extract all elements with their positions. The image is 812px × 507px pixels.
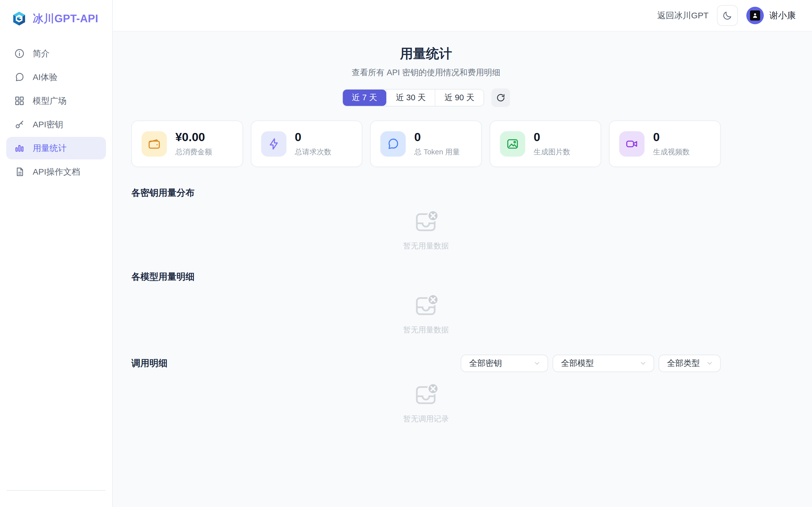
sidebar-item-label: API操作文档 [33,166,80,178]
sidebar-divider [7,490,105,491]
grid-icon [14,96,25,106]
moon-icon [722,10,732,20]
stat-value: 0 [653,131,690,144]
empty-text: 暂无用量数据 [403,325,449,335]
empty-inbox-icon [413,293,439,319]
theme-toggle-button[interactable] [717,5,738,26]
sidebar-item-api-docs[interactable]: API操作文档 [6,161,106,183]
sidebar-item-label: API密钥 [33,119,63,130]
stat-card-total-tokens: 0 总 Token 用量 [370,121,482,167]
bolt-icon [267,137,281,151]
sidebar-item-label: 模型广场 [33,95,66,107]
stat-value: ¥0.00 [175,131,212,144]
chevron-down-icon [534,360,541,367]
page-subtitle: 查看所有 API 密钥的使用情况和费用明细 [132,67,721,78]
stat-card-videos-generated: 0 生成视频数 [609,121,721,167]
tab-last-30-days[interactable]: 近 30 天 [386,90,435,106]
empty-text: 暂无调用记录 [403,414,449,424]
username: 谢小康 [769,10,796,21]
empty-state-key-usage: 暂无用量数据 [132,199,721,251]
image-icon [506,137,519,151]
user-menu[interactable]: 谢小康 [746,7,796,24]
select-value: 全部类型 [667,358,700,369]
tab-last-7-days[interactable]: 近 7 天 [343,90,386,106]
stat-value: 0 [414,131,460,144]
stat-card-images-generated: 0 生成图片数 [490,121,601,167]
tab-last-90-days[interactable]: 近 90 天 [435,90,483,106]
sidebar: 冰川GPT-API 简介 AI体验 模型广场 API密钥 [0,0,113,507]
sidebar-item-label: 简介 [33,48,50,59]
stat-value: 0 [534,131,570,144]
page-title: 用量统计 [132,45,721,62]
time-range-tabs: 近 7 天 近 30 天 近 90 天 [342,89,484,107]
app-title: 冰川GPT-API [33,11,98,26]
stat-card-total-spend: ¥0.00 总消费金额 [132,121,243,167]
filter-select-all-types[interactable]: 全部类型 [659,355,721,372]
avatar [746,7,764,24]
sidebar-item-intro[interactable]: 简介 [6,42,106,65]
sidebar-item-model-square[interactable]: 模型广场 [6,90,106,112]
empty-inbox-icon [413,209,439,235]
sidebar-nav: 简介 AI体验 模型广场 API密钥 用量统计 [0,35,112,183]
back-to-site-link[interactable]: 返回冰川GPT [657,10,709,21]
key-icon [14,119,25,130]
video-icon [625,137,639,151]
call-details-header: 调用明细 全部密钥 全部模型 全部类型 [132,355,721,372]
sidebar-item-ai-experience[interactable]: AI体验 [6,66,106,89]
sidebar-item-usage-stats[interactable]: 用量统计 [6,137,106,159]
bar-chart-icon [14,143,25,154]
stat-label: 总消费金额 [175,147,212,157]
refresh-button[interactable] [492,89,510,107]
select-value: 全部模型 [561,358,594,369]
stat-card-total-requests: 0 总请求次数 [251,121,363,167]
brand[interactable]: 冰川GPT-API [0,0,112,35]
section-title-key-usage: 各密钥用量分布 [132,187,721,199]
time-filter-row: 近 7 天 近 30 天 近 90 天 [132,89,721,107]
stat-cards: ¥0.00 总消费金额 0 总请求次数 [132,121,721,167]
call-details-filters: 全部密钥 全部模型 全部类型 [461,355,721,372]
logo-icon [11,11,27,26]
select-value: 全部密钥 [469,358,502,369]
filter-select-all-models[interactable]: 全部模型 [553,355,654,372]
chat-icon [386,137,400,151]
stat-label: 生成视频数 [653,147,690,157]
content-area: 用量统计 查看所有 API 密钥的使用情况和费用明细 近 7 天 近 30 天 … [113,32,812,507]
sidebar-item-label: 用量统计 [33,143,66,154]
refresh-icon [496,93,506,103]
sidebar-item-api-keys[interactable]: API密钥 [6,113,106,136]
section-title-call-details: 调用明细 [132,357,167,370]
user-icon [751,12,759,19]
empty-inbox-icon [413,382,439,407]
topbar: 返回冰川GPT 谢小康 [113,0,812,32]
chevron-down-icon [640,360,647,367]
stat-label: 总 Token 用量 [414,147,460,157]
empty-state-call-records: 暂无调用记录 [132,372,721,424]
chat-bubble-icon [14,72,25,82]
stat-label: 总请求次数 [295,147,332,157]
empty-state-model-usage: 暂无用量数据 [132,283,721,335]
section-title-model-usage: 各模型用量明细 [132,271,721,283]
filter-select-all-keys[interactable]: 全部密钥 [461,355,548,372]
empty-text: 暂无用量数据 [403,241,449,251]
document-icon [14,166,25,177]
stat-value: 0 [295,131,332,144]
wallet-icon [147,137,161,151]
sidebar-item-label: AI体验 [33,71,57,83]
stat-label: 生成图片数 [534,147,570,157]
chevron-down-icon [706,360,713,367]
info-icon [14,48,25,59]
